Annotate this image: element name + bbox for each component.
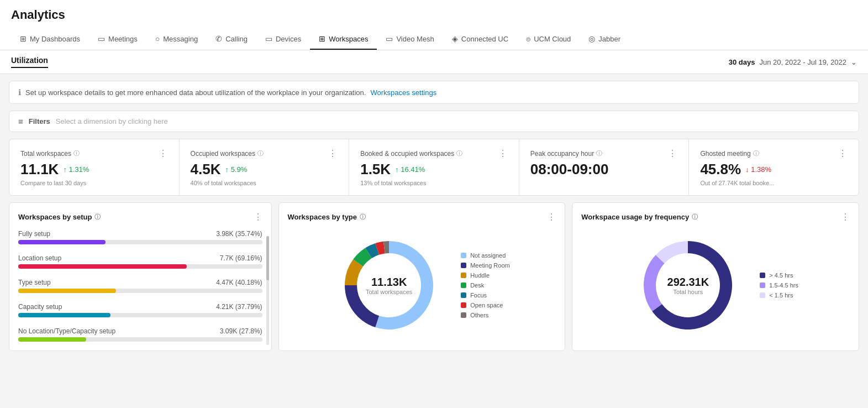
metric-label-4: Ghosted meeting ⓘ: [700, 149, 759, 158]
bar-value-2: 4.47K (40.18%): [216, 279, 262, 286]
info-banner: ℹ Set up workspace details to get more e…: [9, 81, 859, 104]
chart-type-dots[interactable]: ⋮: [547, 212, 556, 222]
nav-tabs: ⊞My Dashboards▭Meetings○Messaging✆Callin…: [11, 29, 857, 50]
metric-card-4: Ghosted meeting ⓘ ⋮ 45.8% ↓ 1.38% Out of…: [689, 139, 859, 195]
metric-dots-0[interactable]: ⋮: [159, 148, 168, 159]
content: Utilization 30 days Jun 20, 2022 - Jul 1…: [0, 50, 868, 351]
nav-icon-calling: ✆: [215, 34, 222, 43]
metric-sub-4: Out of 27.74K total booke...: [700, 180, 848, 186]
nav-icon-workspaces: ⊞: [319, 34, 325, 43]
nav-icon-my-dashboards: ⊞: [20, 34, 27, 43]
nav-tab-ucm-cloud[interactable]: ⌾UCM Cloud: [517, 29, 580, 50]
metric-card-3: Peak occupancy hour ⓘ ⋮ 08:00-09:00: [519, 139, 690, 195]
bar-item-4: No Location/Type/Capacity setup 3.09K (2…: [18, 327, 262, 342]
metric-sub-0: Compare to last 30 days: [20, 180, 168, 186]
nav-tab-meetings[interactable]: ▭Meetings: [89, 29, 146, 50]
bar-item-1: Location setup 7.7K (69.16%): [18, 254, 262, 269]
donut-freq-center-label: Total hours: [667, 289, 709, 295]
chart-type-info-icon: ⓘ: [360, 213, 366, 221]
metric-dots-2[interactable]: ⋮: [498, 148, 508, 159]
metric-info-icon-4: ⓘ: [753, 149, 759, 158]
nav-icon-messaging: ○: [155, 34, 160, 43]
chart-workspaces-by-type: Workspaces by type ⓘ ⋮ 11.13K Total work…: [278, 202, 566, 351]
metric-dots-1[interactable]: ⋮: [328, 148, 338, 159]
nav-label-my-dashboards: My Dashboards: [30, 35, 80, 43]
nav-icon-meetings: ▭: [98, 34, 105, 43]
app-header: Analytics ⊞My Dashboards▭Meetings○Messag…: [0, 0, 868, 50]
nav-label-workspaces: Workspaces: [329, 35, 368, 43]
nav-label-jabber: Jabber: [598, 35, 620, 43]
legend-freq-item-1: 1.5-4.5 hrs: [760, 282, 798, 289]
metric-value-4: 45.8% ↓ 1.38%: [700, 161, 848, 178]
nav-label-meetings: Meetings: [108, 35, 138, 43]
nav-label-devices: Devices: [276, 35, 301, 43]
bar-value-0: 3.98K (35.74%): [216, 230, 262, 238]
bar-value-4: 3.09K (27.8%): [220, 327, 262, 335]
metric-value-0: 11.1K ↑ 1.31%: [20, 161, 168, 178]
bar-item-2: Type setup 4.47K (40.18%): [18, 279, 262, 293]
metric-info-icon-1: ⓘ: [257, 149, 264, 158]
donut-type-center-value: 11.13K: [366, 276, 412, 289]
nav-icon-devices: ▭: [265, 34, 272, 43]
bar-label-3: Capacity setup: [18, 303, 62, 311]
legend-freq-item-2: < 1.5 hrs: [760, 292, 798, 299]
nav-icon-jabber: ◎: [588, 34, 595, 43]
nav-label-video-mesh: Video Mesh: [396, 35, 434, 43]
bar-value-3: 4.21K (37.79%): [216, 303, 262, 311]
metric-card-0: Total workspaces ⓘ ⋮ 11.1K ↑ 1.31% Compa…: [9, 139, 180, 195]
date-range-label: 30 days: [729, 58, 755, 66]
nav-tab-jabber[interactable]: ◎Jabber: [580, 29, 629, 50]
legend-type-item-1: Meeting Room: [461, 262, 510, 269]
metric-card-2: Booked & occupied workspaces ⓘ ⋮ 1.5K ↑ …: [349, 139, 519, 195]
chart-setup-info-icon: ⓘ: [94, 213, 101, 221]
legend-type-item-5: Open space: [461, 302, 510, 308]
metric-sub-2: 13% of total workspaces: [360, 180, 508, 186]
legend-type-item-6: Others: [461, 312, 510, 318]
metric-info-icon-2: ⓘ: [456, 149, 462, 158]
donut-freq-center-value: 292.31K: [667, 276, 709, 289]
bar-label-0: Fully setup: [18, 230, 50, 238]
chart-workspaces-by-setup: Workspaces by setup ⓘ ⋮ Fully setup 3.98…: [9, 202, 272, 351]
nav-tab-video-mesh[interactable]: ▭Video Mesh: [377, 29, 443, 50]
banner-text: Set up workspace details to get more enh…: [25, 88, 366, 97]
nav-tab-workspaces[interactable]: ⊞Workspaces: [310, 29, 377, 50]
metrics-row: Total workspaces ⓘ ⋮ 11.1K ↑ 1.31% Compa…: [9, 139, 859, 196]
legend-type-item-2: Huddle: [461, 272, 510, 279]
utilization-tab-label: Utilization: [11, 56, 48, 68]
chart-workspace-usage-by-frequency: Workspace usage by frequency ⓘ ⋮ 292.31K…: [572, 202, 859, 351]
bar-label-4: No Location/Type/Capacity setup: [18, 327, 115, 335]
bar-value-1: 7.7K (69.16%): [220, 254, 262, 262]
metric-label-0: Total workspaces ⓘ: [20, 149, 80, 158]
metric-dots-3[interactable]: ⋮: [668, 148, 677, 159]
filters-bar[interactable]: ≡ Filters Select a dimension by clicking…: [9, 111, 859, 132]
nav-tab-devices[interactable]: ▭Devices: [256, 29, 310, 50]
info-icon: ℹ: [18, 88, 21, 97]
nav-label-messaging: Messaging: [163, 35, 198, 43]
nav-label-calling: Calling: [225, 35, 248, 43]
bar-item-0: Fully setup 3.98K (35.74%): [18, 230, 262, 244]
metric-info-icon-0: ⓘ: [73, 149, 80, 158]
metric-label-2: Booked & occupied workspaces ⓘ: [360, 149, 462, 158]
nav-label-ucm-cloud: UCM Cloud: [534, 35, 571, 43]
nav-label-connected-uc: Connected UC: [461, 35, 508, 43]
nav-tab-connected-uc[interactable]: ◈Connected UC: [443, 29, 517, 50]
nav-icon-connected-uc: ◈: [452, 34, 458, 43]
filters-label: Filters: [29, 117, 50, 125]
chart-freq-dots[interactable]: ⋮: [841, 212, 850, 222]
chart-freq-info-icon: ⓘ: [692, 213, 698, 221]
page-title: Analytics: [11, 8, 857, 22]
metric-card-1: Occupied workspaces ⓘ ⋮ 4.5K ↑ 5.9% 40% …: [180, 139, 350, 195]
nav-tab-messaging[interactable]: ○Messaging: [146, 29, 207, 50]
legend-type-item-3: Desk: [461, 282, 510, 289]
workspaces-settings-link[interactable]: Workspaces settings: [370, 88, 436, 97]
chart-setup-dots[interactable]: ⋮: [254, 212, 262, 222]
chart-setup-title: Workspaces by setup ⓘ: [18, 213, 101, 221]
metric-value-2: 1.5K ↑ 16.41%: [360, 161, 508, 178]
chart-freq-title: Workspace usage by frequency ⓘ: [581, 213, 698, 221]
metric-dots-4[interactable]: ⋮: [838, 148, 848, 159]
nav-tab-calling[interactable]: ✆Calling: [207, 29, 256, 50]
nav-tab-my-dashboards[interactable]: ⊞My Dashboards: [11, 29, 89, 50]
metric-sub-1: 40% of total workspaces: [191, 180, 338, 186]
nav-icon-ucm-cloud: ⌾: [526, 34, 530, 43]
date-range-value: Jun 20, 2022 - Jul 19, 2022: [759, 58, 846, 66]
